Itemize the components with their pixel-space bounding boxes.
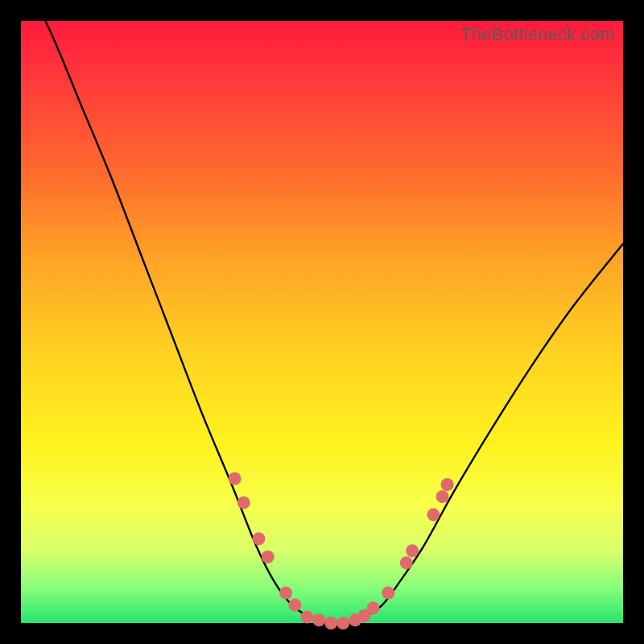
data-marker xyxy=(229,472,242,485)
chart-frame: TheBottleneck.com xyxy=(0,0,644,644)
data-marker xyxy=(441,478,454,491)
data-marker xyxy=(382,587,394,600)
data-marker xyxy=(252,532,265,545)
data-marker xyxy=(324,617,337,630)
chart-svg xyxy=(21,21,623,623)
bottleneck-curve xyxy=(21,0,623,624)
data-marker xyxy=(279,587,292,600)
data-marker xyxy=(436,490,449,503)
data-marker xyxy=(367,601,380,614)
data-marker xyxy=(237,496,250,509)
data-marker xyxy=(312,613,325,626)
data-marker xyxy=(300,611,313,624)
data-marker xyxy=(406,544,419,557)
data-marker xyxy=(427,508,440,521)
plot-area: TheBottleneck.com xyxy=(21,21,623,623)
data-marker xyxy=(400,556,413,569)
data-marker xyxy=(336,617,349,630)
data-marker xyxy=(288,599,301,612)
data-marker xyxy=(262,551,275,564)
